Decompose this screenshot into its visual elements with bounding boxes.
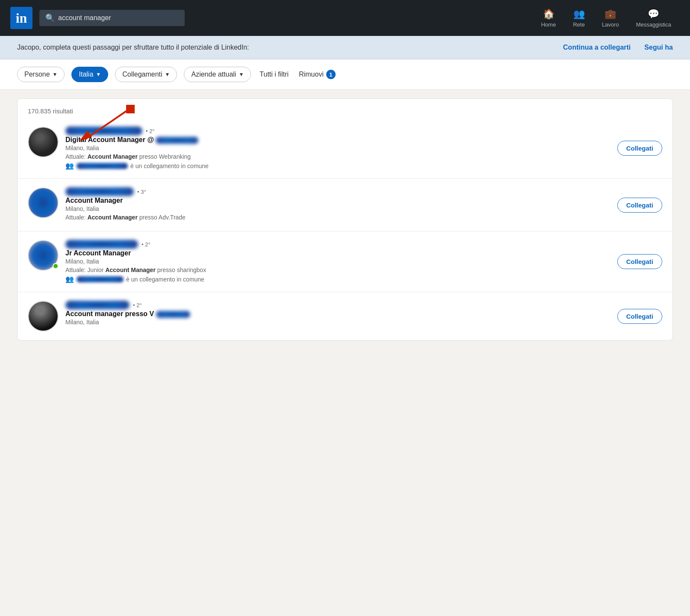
filters-bar: Persone ▼ Italia ▼ Collegamenti ▼ Aziend… — [0, 59, 690, 90]
filter-aziende-label: Aziende attuali — [191, 71, 236, 78]
result-name-row-1: • 2° — [65, 127, 610, 135]
rete-icon: 👥 — [573, 9, 585, 20]
rimuovi-label: Rimuovi — [299, 71, 324, 78]
mutual-name-blurred-3 — [77, 276, 124, 282]
avatar-container-1 — [28, 127, 59, 157]
banner: Jacopo, completa questi passaggi per sfr… — [0, 36, 690, 59]
result-current-3: Attuale: Junior Account Manager presso s… — [65, 267, 610, 273]
filter-aziende-attuali[interactable]: Aziende attuali ▼ — [184, 67, 251, 82]
nav-label-home: Home — [541, 21, 556, 28]
rimuovi-badge: 1 — [326, 70, 336, 79]
avatar-4[interactable] — [28, 301, 59, 332]
linkedin-logo[interactable]: in — [10, 7, 32, 29]
result-location-1: Milano, Italia — [65, 145, 610, 151]
result-title-4: Account manager presso V — [65, 310, 610, 318]
filter-collegamenti[interactable]: Collegamenti ▼ — [115, 67, 177, 82]
nav-item-home[interactable]: 🏠 Home — [533, 9, 565, 28]
result-title-3: Jr Account Manager — [65, 249, 610, 257]
results-container: 170.835 risultati • 2° Digital Account M… — [17, 98, 673, 341]
messaggistica-icon: 💬 — [648, 9, 659, 20]
result-item-3: • 2° Jr Account Manager Milano, Italia A… — [18, 231, 672, 292]
avatar-container-4 — [28, 301, 59, 332]
nav-item-rete[interactable]: 👥 Rete — [564, 9, 593, 28]
chevron-down-icon: ▼ — [53, 71, 58, 77]
banner-cta2[interactable]: Segui ha — [644, 44, 673, 51]
banner-cta1[interactable]: Continua a collegarti — [563, 44, 631, 51]
avatar-2[interactable] — [28, 187, 59, 218]
search-input[interactable] — [58, 14, 179, 22]
banner-text: Jacopo, completa questi passaggi per sfr… — [17, 44, 249, 51]
chevron-down-icon-italia: ▼ — [96, 71, 101, 77]
search-icon: 🔍 — [45, 13, 55, 23]
degree-badge-3: • 2° — [142, 241, 150, 248]
mutual-icon-3: 👥 — [65, 275, 74, 283]
mutual-icon-1: 👥 — [65, 162, 74, 170]
result-location-3: Milano, Italia — [65, 258, 610, 265]
result-item-2: • 3° Account Manager Milano, Italia Attu… — [18, 179, 672, 231]
filter-persone-label: Persone — [24, 71, 50, 78]
search-bar[interactable]: 🔍 — [39, 10, 185, 26]
name-blurred-3 — [65, 240, 138, 249]
result-item: • 2° Digital Account Manager @ Milano, I… — [18, 118, 672, 179]
connect-button-4[interactable]: Collegati — [617, 309, 662, 324]
rimuovi-button[interactable]: Rimuovi 1 — [297, 66, 337, 83]
home-icon: 🏠 — [543, 9, 554, 20]
filter-collegamenti-label: Collegamenti — [122, 71, 162, 78]
nav-item-lavoro[interactable]: 💼 Lavoro — [593, 9, 628, 28]
tutti-filtri-button[interactable]: Tutti i filtri — [258, 67, 290, 82]
results-count: 170.835 risultati — [18, 99, 672, 118]
result-item-4: • 2° Account manager presso V Milano, It… — [18, 292, 672, 340]
result-info-2: • 3° Account Manager Milano, Italia Attu… — [65, 187, 610, 222]
mutual-connection-1: 👥 è un collegamento in comune — [65, 162, 610, 170]
avatar-1[interactable] — [28, 127, 59, 157]
nav-item-messaggistica[interactable]: 💬 Messaggistica — [628, 9, 680, 28]
result-current-1: Attuale: Account Manager presso Webranki… — [65, 153, 610, 160]
navbar: in 🔍 🏠 Home 👥 Rete 💼 Lavoro 💬 Messaggist… — [0, 0, 690, 36]
connect-button-1[interactable]: Collegati — [617, 141, 662, 156]
result-title-1: Digital Account Manager @ — [65, 136, 610, 144]
degree-badge-4: • 2° — [133, 302, 142, 308]
avatar-container-2 — [28, 187, 59, 218]
name-blurred-1 — [65, 127, 142, 135]
nav-label-rete: Rete — [573, 21, 584, 28]
result-title-2: Account Manager — [65, 197, 610, 204]
filter-persone[interactable]: Persone ▼ — [17, 67, 65, 82]
online-indicator-3 — [53, 263, 59, 269]
filter-italia[interactable]: Italia ▼ — [71, 67, 108, 82]
result-name-row-3: • 2° — [65, 240, 610, 249]
lavoro-icon: 💼 — [604, 9, 616, 20]
result-name-row-4: • 2° — [65, 301, 610, 309]
title-name-blurred-4 — [156, 311, 190, 318]
mutual-name-blurred-1 — [77, 163, 128, 169]
result-info-1: • 2° Digital Account Manager @ Milano, I… — [65, 127, 610, 170]
connect-button-2[interactable]: Collegati — [617, 198, 662, 213]
result-info-4: • 2° Account manager presso V Milano, It… — [65, 301, 610, 327]
connect-button-3[interactable]: Collegati — [617, 254, 662, 269]
degree-badge-2: • 3° — [137, 189, 146, 195]
banner-actions: Continua a collegarti Segui ha — [563, 44, 673, 51]
result-info-3: • 2° Jr Account Manager Milano, Italia A… — [65, 240, 610, 283]
result-name-row-2: • 3° — [65, 187, 610, 196]
name-blurred-2 — [65, 187, 134, 196]
degree-badge-1: • 2° — [146, 128, 155, 134]
main-content: 170.835 risultati • 2° Digital Account M… — [0, 98, 690, 341]
chevron-down-icon-coll: ▼ — [165, 71, 170, 77]
name-blurred-4 — [65, 301, 130, 309]
mutual-connection-3: 👥 è un collegamento in comune — [65, 275, 610, 283]
avatar-container-3 — [28, 240, 59, 271]
title-name-blurred-1 — [156, 137, 198, 144]
chevron-down-icon-az: ▼ — [239, 71, 244, 77]
result-location-4: Milano, Italia — [65, 319, 610, 326]
result-current-2: Attuale: Account Manager presso Adv.Trad… — [65, 214, 610, 221]
avatar-blurred-2 — [28, 187, 59, 218]
filter-italia-label: Italia — [79, 71, 93, 78]
nav-label-lavoro: Lavoro — [602, 21, 619, 28]
result-location-2: Milano, Italia — [65, 205, 610, 212]
nav-label-messaggistica: Messaggistica — [636, 21, 671, 28]
nav-items: 🏠 Home 👥 Rete 💼 Lavoro 💬 Messaggistica — [533, 9, 680, 28]
